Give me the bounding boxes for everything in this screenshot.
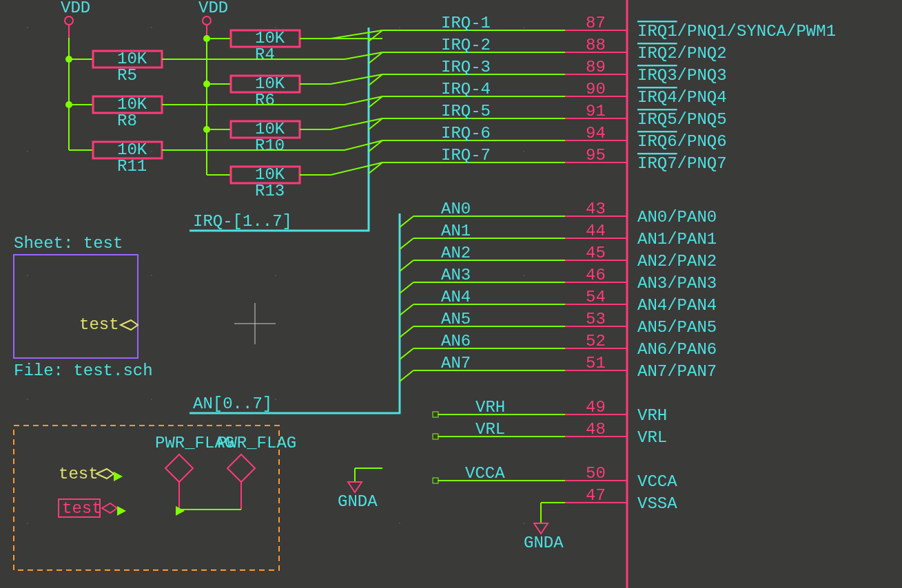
resistor-r13: 10K R13 [207,165,331,200]
svg-marker-215 [117,506,126,516]
svg-marker-210 [96,469,114,479]
svg-text:AN5: AN5 [441,310,471,328]
svg-text:53: 53 [586,310,606,328]
power-vdd-right: VDD [198,0,228,38]
svg-text:89: 89 [586,58,606,76]
svg-point-2 [275,27,276,28]
svg-text:10K: 10K [117,95,147,114]
svg-line-115 [400,304,413,315]
svg-text:VDD: VDD [198,0,228,17]
svg-marker-221 [227,454,255,482]
svg-text:File: test.sch: File: test.sch [14,361,153,380]
svg-text:10K: 10K [255,29,285,48]
svg-point-63 [65,101,72,108]
svg-point-5 [27,151,28,152]
svg-text:R6: R6 [255,91,275,109]
svg-point-1 [151,27,152,28]
svg-line-118 [400,326,413,337]
svg-text:IRQ2/PNQ2: IRQ2/PNQ2 [637,44,727,63]
svg-point-11 [523,275,524,276]
cursor-crosshair [234,303,276,344]
svg-point-8 [27,275,28,276]
svg-text:VCCA: VCCA [465,464,505,483]
svg-text:test: test [62,499,102,518]
annotation-box: test test PWR_FLAG PWR_FLAG [14,426,296,570]
svg-text:AN1/PAN1: AN1/PAN1 [637,230,717,249]
svg-text:AN0: AN0 [441,200,471,218]
svg-text:91: 91 [586,102,606,120]
bus-label-an: AN[0..7] [193,395,272,413]
svg-point-22 [203,17,211,25]
svg-text:AN3: AN3 [441,266,471,284]
svg-text:VDD: VDD [61,0,90,17]
svg-text:R11: R11 [117,157,147,176]
svg-text:VSSA: VSSA [637,494,677,513]
svg-text:AN1: AN1 [441,222,471,240]
svg-text:AN6: AN6 [441,332,471,350]
resistor-r5: 10K R5 [69,50,193,85]
svg-point-66 [203,126,210,133]
svg-text:IRQ7/PNQ7: IRQ7/PNQ7 [637,154,727,173]
svg-text:AN4: AN4 [441,288,471,306]
svg-line-94 [345,52,382,59]
svg-marker-219 [176,506,185,516]
svg-text:IRQ4/PNQ4: IRQ4/PNQ4 [637,88,727,107]
schematic-canvas[interactable]: VDD VDD 10K R5 10K R8 10K R11 10K R4 [0,0,902,588]
svg-text:AN2: AN2 [441,244,471,262]
svg-text:IRQ6/PNQ6: IRQ6/PNQ6 [637,132,727,151]
svg-text:Sheet: test: Sheet: test [14,234,123,253]
svg-marker-142 [348,482,362,492]
svg-marker-206 [121,320,138,330]
svg-text:GNDA: GNDA [524,534,564,552]
resistor-r8: 10K R8 [69,95,193,130]
svg-text:88: 88 [586,36,606,54]
svg-text:IRQ-7: IRQ-7 [441,146,491,165]
svg-text:10K: 10K [117,50,147,68]
svg-point-65 [203,81,210,87]
svg-rect-204 [14,255,138,358]
svg-text:VRL: VRL [475,420,505,439]
svg-marker-217 [165,454,193,482]
svg-text:AN7/PAN7: AN7/PAN7 [637,362,717,381]
power-vdd-left: VDD [61,0,90,38]
svg-marker-211 [114,472,123,481]
svg-text:R10: R10 [255,136,285,155]
svg-rect-128 [433,412,438,417]
svg-text:IRQ-2: IRQ-2 [441,36,491,54]
svg-text:47: 47 [586,486,606,505]
bus-label-irq: IRQ-[1..7] [193,212,292,231]
svg-text:IRQ-5: IRQ-5 [441,102,491,120]
svg-text:R5: R5 [117,66,137,85]
svg-text:VRH: VRH [637,406,667,425]
svg-line-109 [400,260,413,271]
svg-text:AN2/PAN2: AN2/PAN2 [637,252,717,271]
hierarchical-sheet[interactable]: Sheet: test test File: test.sch [14,234,153,380]
svg-point-19 [65,17,73,25]
svg-marker-214 [102,503,117,513]
svg-text:VRL: VRL [637,428,667,447]
svg-line-112 [400,282,413,293]
svg-text:IRQ1/PNQ1/SYNCA/PWM1: IRQ1/PNQ1/SYNCA/PWM1 [637,22,836,41]
svg-text:45: 45 [586,244,606,262]
svg-text:GNDA: GNDA [338,492,378,511]
svg-point-18 [523,523,524,524]
svg-text:VCCA: VCCA [637,472,677,491]
bus-an [189,213,400,413]
svg-text:IRQ3/PNQ3: IRQ3/PNQ3 [637,66,727,85]
svg-point-10 [275,275,276,276]
svg-line-100 [331,74,382,84]
svg-point-16 [27,523,28,524]
svg-text:46: 46 [586,266,606,284]
svg-text:54: 54 [586,288,606,306]
resistor-r11: 10K R11 [69,140,193,176]
svg-text:test: test [59,465,99,483]
svg-text:AN0/PAN0: AN0/PAN0 [637,208,717,227]
svg-point-4 [523,27,524,28]
svg-line-103 [400,216,413,227]
svg-text:IRQ-1: IRQ-1 [441,14,491,32]
svg-point-3 [399,27,400,28]
svg-text:48: 48 [586,420,606,439]
svg-text:R4: R4 [255,45,275,64]
svg-point-62 [65,56,72,63]
svg-point-17 [399,523,400,524]
